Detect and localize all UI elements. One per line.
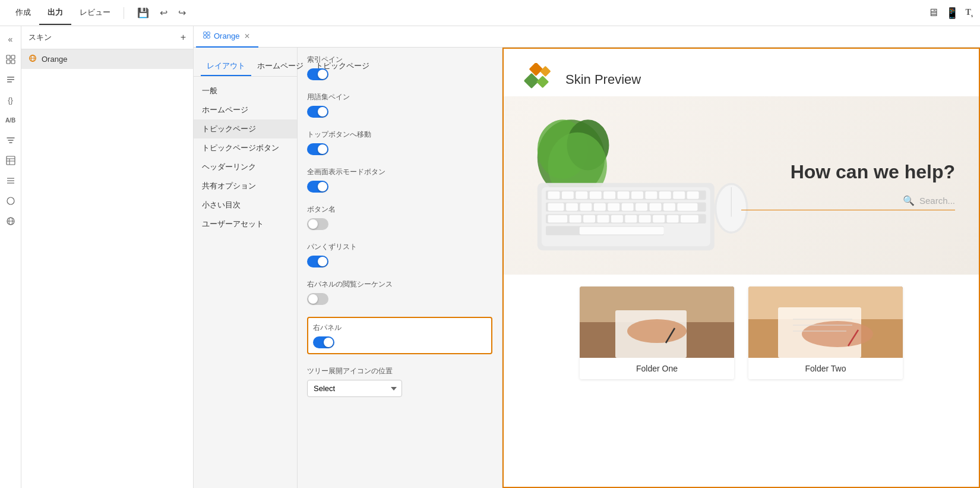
pages-icon[interactable] (2, 51, 19, 68)
toolbar-nav-review[interactable]: レビュー (71, 1, 119, 25)
toggle-button-name[interactable] (307, 218, 492, 230)
settings-nav-headerlink[interactable]: ヘッダーリンク (194, 158, 297, 177)
svg-rect-4 (7, 77, 14, 78)
mobile-view-button[interactable]: 📱 (946, 7, 959, 20)
svg-rect-67 (653, 215, 665, 223)
settings-nav-shared[interactable]: 共有オプション (194, 177, 297, 196)
filter-icon[interactable] (2, 132, 19, 149)
svg-rect-24 (207, 36, 210, 39)
setting-row-fullscreen: 全画面表示モードボタン (307, 167, 492, 193)
desktop-view-button[interactable]: 🖥 (928, 7, 938, 19)
hero-question: How can we help? (741, 160, 955, 183)
toggle-index-on[interactable] (307, 68, 328, 80)
styles-icon[interactable]: {} (2, 92, 19, 108)
toggle-thumb (318, 144, 327, 154)
svg-rect-47 (659, 191, 671, 199)
settings-subtab-layout[interactable]: レイアウト (201, 57, 251, 76)
tab-close-button[interactable]: ✕ (243, 32, 251, 40)
svg-rect-51 (566, 203, 578, 211)
skins-panel-header: スキン + (21, 26, 193, 49)
settings-nav-topicpage[interactable]: トピックページ (194, 119, 297, 138)
svg-rect-52 (580, 203, 592, 211)
settings-nav-homepage[interactable]: ホームページ (194, 100, 297, 119)
typography-button[interactable]: Ts (966, 8, 973, 18)
setting-label-tree-icon: ツリー展開アイコンの位置 (307, 366, 492, 376)
globe-icon[interactable] (2, 213, 19, 229)
hero-search-placeholder: Search... (919, 196, 955, 206)
toggle-button-off[interactable] (307, 218, 328, 230)
svg-rect-22 (207, 32, 210, 35)
svg-rect-5 (7, 79, 14, 80)
toggle-top-button[interactable] (307, 143, 492, 155)
settings-nav-toc[interactable]: 小さい目次 (194, 196, 297, 215)
circle-icon[interactable] (2, 193, 19, 209)
toggle-thumb (318, 107, 327, 117)
hero-search-icon: 🔍 (903, 195, 915, 206)
skins-add-button[interactable]: + (181, 32, 186, 43)
toggle-index-pane[interactable] (307, 68, 492, 80)
settings-nav-userasset[interactable]: ユーザーアセット (194, 215, 297, 234)
toolbar-nav-output[interactable]: 出力 (39, 1, 71, 25)
folder-card-two[interactable]: Folder Two (748, 286, 903, 379)
toggle-sequence-off[interactable] (307, 293, 328, 305)
setting-label-button-name: ボタン名 (307, 204, 492, 215)
svg-rect-63 (598, 215, 609, 223)
settings-nav-topicbutton[interactable]: トピックページボタン (194, 138, 297, 158)
tab-orange[interactable]: Orange ✕ (196, 26, 258, 48)
toggle-right-panel[interactable] (313, 336, 486, 348)
toolbar-nav-sakusei[interactable]: 作成 (7, 1, 39, 25)
settings-nav-general[interactable]: 一般 (194, 81, 297, 100)
folder-card-image-two (748, 286, 903, 358)
toggle-glossary-pane[interactable] (307, 106, 492, 118)
skins-panel: スキン + Orange (21, 26, 194, 488)
toggle-thumb (308, 294, 318, 304)
skin-item-label: Orange (42, 55, 67, 64)
svg-rect-59 (677, 203, 697, 211)
collapse-icon[interactable]: « (2, 31, 19, 48)
tree-icon-select[interactable]: Select (307, 380, 402, 397)
toolbar-actions: 💾 ↩ ↪ (134, 5, 189, 21)
preview-area: Skin Preview (502, 48, 980, 488)
toggle-breadcrumb-on[interactable] (307, 256, 328, 267)
list-icon[interactable] (2, 172, 19, 189)
svg-rect-43 (603, 191, 615, 199)
toggle-thumb (318, 70, 327, 79)
svg-rect-26 (540, 66, 551, 77)
toggle-glossary-on[interactable] (307, 106, 328, 118)
undo-button[interactable]: ↩ (156, 5, 171, 21)
setting-label-fullscreen: 全画面表示モードボタン (307, 167, 492, 177)
setting-label-right-sequence: 右パネルの閲覧シーケンス (307, 279, 492, 289)
svg-rect-3 (11, 60, 15, 64)
svg-rect-2 (7, 60, 10, 64)
toggle-right-sequence[interactable] (307, 293, 492, 305)
table-icon[interactable] (2, 152, 19, 169)
setting-row-glossary-pane: 用語集ペイン (307, 92, 492, 118)
toggle-breadcrumb[interactable] (307, 256, 492, 267)
svg-rect-40 (562, 191, 574, 199)
skin-item-orange[interactable]: Orange (21, 49, 193, 69)
toggle-fullscreen[interactable] (307, 181, 492, 193)
svg-point-14 (7, 197, 14, 204)
svg-rect-68 (667, 215, 679, 223)
toggle-fullscreen-on[interactable] (307, 181, 328, 193)
preview-title: Skin Preview (565, 72, 641, 87)
hero-text-area: How can we help? 🔍 Search... (741, 160, 979, 210)
svg-rect-50 (548, 203, 564, 211)
toggle-top-on[interactable] (307, 143, 328, 155)
setting-row-button-name: ボタン名 (307, 204, 492, 230)
redo-button[interactable]: ↪ (175, 5, 189, 21)
ab-test-icon[interactable]: A/B (2, 112, 19, 128)
tab-content-area: Orange ✕ レイアウト ホームページ トピックページ 一般 ホームページ … (194, 26, 980, 488)
setting-label-breadcrumb: パンくずリスト (307, 242, 492, 252)
svg-rect-57 (650, 203, 662, 211)
svg-rect-64 (611, 215, 623, 223)
toggle-right-panel-on[interactable] (313, 336, 334, 348)
preview-hero: How can we help? 🔍 Search... (504, 96, 979, 275)
content-icon[interactable] (2, 71, 19, 88)
svg-rect-56 (636, 203, 647, 211)
folder-card-image-one (580, 286, 734, 358)
hero-search: 🔍 Search... (741, 195, 955, 210)
svg-rect-65 (625, 215, 637, 223)
save-button[interactable]: 💾 (134, 5, 153, 21)
folder-card-one[interactable]: Folder One (580, 286, 734, 379)
